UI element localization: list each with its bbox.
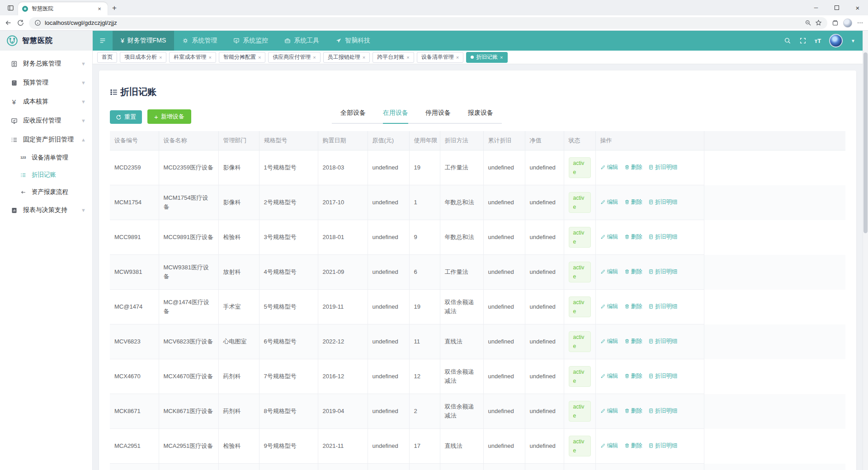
fullscreen-icon[interactable] [799,37,807,44]
table-cell: MC@1474 [110,290,159,324]
edit-link[interactable]: 编辑 [600,163,618,172]
edit-link[interactable]: 编辑 [600,371,618,381]
edit-link[interactable]: 编辑 [600,441,618,450]
tab-全部设备[interactable]: 全部设备 [340,109,366,123]
hamburger-icon[interactable] [93,37,113,44]
tab-报废设备[interactable]: 报废设备 [468,109,493,123]
tag-close-icon[interactable]: × [406,55,409,60]
font-size-icon[interactable]: тT [815,38,821,44]
refresh-icon[interactable] [17,19,24,27]
browser-tab[interactable]: 智慧医院 × [18,2,108,15]
delete-link[interactable]: 删除 [624,267,642,276]
table-cell: undefined [368,220,409,255]
sidebar-item-预算管理[interactable]: 预算管理▼ [0,73,92,92]
sidebar-item-应收应付管理[interactable]: 应收应付管理▼ [0,111,92,130]
tab-close-icon[interactable]: × [95,5,104,13]
url-bar[interactable]: localhost/cwgl/gdzczjgl/zjjz [29,17,827,29]
table-cell: 1号规格型号 [259,150,318,185]
edit-link[interactable]: 编辑 [600,267,618,276]
tab-layout-icon[interactable] [5,2,16,14]
sidebar-item-设备清单管理[interactable]: 123设备清单管理 [0,149,92,166]
page-scrollbar[interactable] [863,31,868,470]
collections-icon[interactable] [832,19,839,26]
zoom-out-icon[interactable] [805,19,811,26]
edit-link[interactable]: 编辑 [600,232,618,241]
sidebar-item-折旧记账[interactable]: 折旧记账 [0,166,92,183]
depreciation-detail-link[interactable]: 折旧明细 [648,441,678,450]
tag-close-icon[interactable]: × [258,55,261,60]
nav-item-系统工具[interactable]: 系统工具 [276,31,327,51]
nav-item-智脑科技[interactable]: 智脑科技 [327,31,378,51]
add-device-button[interactable]: + 新增设备 [147,109,191,124]
close-button[interactable]: × [847,0,868,15]
depreciation-detail-link[interactable]: 折旧明细 [648,267,678,276]
tag-员工报销处理[interactable]: 员工报销处理× [323,52,370,63]
nav-item-财务管理FMS[interactable]: ¥财务管理FMS [113,31,174,51]
favorite-star-icon[interactable] [815,19,822,26]
delete-link[interactable]: 删除 [624,197,642,207]
tag-close-icon[interactable]: × [208,55,211,60]
browser-profile-icon[interactable] [843,19,852,28]
tag-折旧记账[interactable]: 折旧记账× [466,52,507,63]
minimize-button[interactable]: ─ [806,0,826,15]
sidebar-item-固定资产折旧管理[interactable]: 固定资产折旧管理▲ [0,130,92,149]
tag-跨平台对账[interactable]: 跨平台对账× [373,52,414,63]
table-cell: 双倍余额递减法 [440,394,483,429]
tag-智能分摊配置[interactable]: 智能分摊配置× [219,52,265,63]
delete-link[interactable]: 删除 [624,163,642,172]
back-icon[interactable] [5,19,12,27]
depreciation-detail-link[interactable]: 折旧明细 [648,163,678,172]
depreciation-detail-link[interactable]: 折旧明细 [648,232,678,241]
delete-link[interactable]: 删除 [624,441,642,450]
tag-close-icon[interactable]: × [456,55,459,60]
depreciation-detail-link[interactable]: 折旧明细 [648,406,678,415]
depreciation-detail-link[interactable]: 折旧明细 [648,337,678,346]
table-cell: 直线法 [440,464,483,470]
delete-link[interactable]: 删除 [624,232,642,241]
nav-item-系统管理[interactable]: 系统管理 [174,31,225,51]
tag-供应商应付管理[interactable]: 供应商应付管理× [268,52,320,63]
tag-label: 科室成本管理 [174,53,206,61]
sidebar-item-成本核算[interactable]: ¥成本核算▼ [0,92,92,111]
column-header-设备编号: 设备编号 [110,131,159,150]
delete-link[interactable]: 删除 [624,406,642,415]
tag-close-icon[interactable]: × [159,55,162,60]
edit-link[interactable]: 编辑 [600,197,618,207]
site-info-icon[interactable] [34,19,41,26]
caret-down-icon[interactable]: ▼ [851,38,855,43]
status-badge: active [569,296,591,317]
more-menu-icon[interactable] [857,19,863,26]
edit-link[interactable]: 编辑 [600,406,618,415]
tag-close-icon[interactable]: × [500,55,503,60]
depreciation-detail-link[interactable]: 折旧明细 [648,302,678,311]
sidebar-item-资产报废流程[interactable]: 资产报废流程 [0,183,92,201]
table-cell: 2018-01 [318,220,368,255]
depreciation-detail-link[interactable]: 折旧明细 [648,371,678,381]
maximize-button[interactable] [826,0,847,15]
delete-link[interactable]: 删除 [624,371,642,381]
edit-link[interactable]: 编辑 [600,337,618,346]
search-icon[interactable] [784,37,791,44]
reset-button[interactable]: 重置 [110,110,142,124]
tag-科室成本管理[interactable]: 科室成本管理× [169,52,216,63]
sidebar-item-报表与决策支持[interactable]: 报表与决策支持▼ [0,201,92,220]
new-tab-button[interactable]: + [112,4,117,13]
tab-在用设备[interactable]: 在用设备 [383,109,408,124]
list-icon [19,172,27,178]
tag-close-icon[interactable]: × [313,55,316,60]
tag-项目成本分析[interactable]: 项目成本分析× [120,52,166,63]
tag-close-icon[interactable]: × [363,55,365,60]
edit-link[interactable]: 编辑 [600,302,618,311]
delete-link[interactable]: 删除 [624,302,642,311]
user-avatar[interactable] [829,34,843,47]
status-cell: active [564,220,595,255]
depreciation-detail-link[interactable]: 折旧明细 [648,197,678,207]
tag-首页[interactable]: 首页 [97,52,117,63]
delete-link[interactable]: 删除 [624,337,642,346]
sidebar-item-财务总账管理[interactable]: 财务总账管理▼ [0,54,92,73]
scrollbar-thumb[interactable] [863,52,868,233]
sidebar-item-label: 应收应付管理 [23,117,81,125]
tab-停用设备[interactable]: 停用设备 [425,109,451,123]
tag-设备清单管理[interactable]: 设备清单管理× [417,52,463,63]
nav-item-系统监控[interactable]: 系统监控 [225,31,276,51]
